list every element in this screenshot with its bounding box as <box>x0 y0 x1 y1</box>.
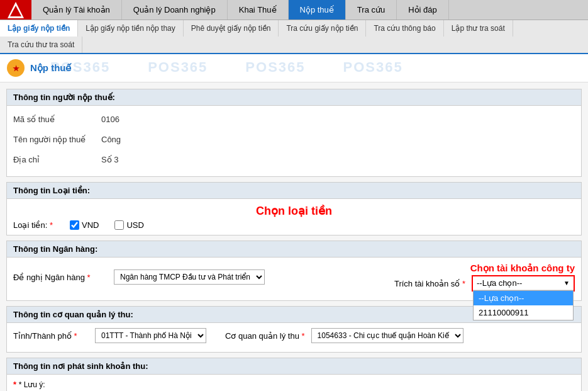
revenue-body: * * Lưu ý: Thông tin nơi phát sinh khoản… <box>7 375 581 391</box>
account-dropdown-container: --Lựa chọn-- ▼ --Lựa chọn-- 21110000911 <box>473 276 574 290</box>
nav-nop-thue[interactable]: Nộp thuế <box>289 0 346 20</box>
logo-cell <box>0 0 31 20</box>
nav-hoi-dap[interactable]: Hỏi đáp <box>397 0 449 20</box>
subnav-tra-cuu-thong-bao[interactable]: Tra cứu thông báo <box>366 20 443 37</box>
tax-org-body: Tỉnh/Thành phố * 01TTT - Thành phố Hà Nộ… <box>7 323 581 352</box>
nav-quan-ly-tai-khoan[interactable]: Quản lý Tài khoản <box>31 0 122 20</box>
bank-section-header: Thông tin Ngân hàng: <box>7 241 581 258</box>
bank-section: Thông tin Ngân hàng: Đề nghị Ngân hàng *… <box>6 241 582 301</box>
subnav-lap-giay-nop-tien-thay[interactable]: Lập giấy nộp tiền nộp thay <box>78 20 183 37</box>
vnd-checkbox-item[interactable]: VND <box>70 220 99 230</box>
nav-tra-cuu[interactable]: Tra cứu <box>346 0 397 20</box>
usd-checkbox-item[interactable]: USD <box>114 220 143 230</box>
account-option-0[interactable]: --Lựa chọn-- <box>474 291 573 305</box>
subnav-tra-cuu-thu-tra-soat[interactable]: Tra cứu thư tra soát <box>0 37 82 53</box>
sub-navigation: Lập giấy nộp tiền Lập giấy nộp tiền nộp … <box>0 20 588 54</box>
dia-chi-row: Địa chỉ Số 3 <box>13 151 575 167</box>
revenue-header: Thông tin nơi phát sinh khoản thu: <box>7 358 581 375</box>
bank-section-body: Đề nghị Ngân hàng * Ngân hàng TMCP Đầu t… <box>7 258 581 300</box>
dia-chi-label: Địa chỉ <box>13 155 101 164</box>
currency-row: Loại tiền: * VND USD <box>13 220 575 230</box>
usd-checkbox[interactable] <box>114 220 124 230</box>
ten-nguoi-nop-thue-row: Tên người nộp thuế Công <box>13 131 575 147</box>
chon-loai-tien-label: Chọn loại tiền <box>13 204 575 218</box>
account-dropdown-open: --Lựa chọn-- 21110000911 <box>473 290 574 320</box>
subnav-lap-giay-nop-tien[interactable]: Lập giấy nộp tiền <box>0 20 78 37</box>
account-selected-value: --Lựa chọn-- <box>477 278 522 288</box>
province-label: Tỉnh/Thành phố * <box>13 331 89 341</box>
page-title: Nộp thuế <box>30 62 71 74</box>
bank-row: Đề nghị Ngân hàng * Ngân hàng TMCP Đầu t… <box>13 263 575 292</box>
bank-label: Đề nghị Ngân hàng * <box>13 273 114 282</box>
page-logo-icon: ★ <box>6 59 25 77</box>
taxpayer-info-section: Thông tin người nộp thuế: Mã số thuế 010… <box>6 89 582 177</box>
currency-section: Thông tin Loại tiền: Chọn loại tiền Loại… <box>6 182 582 235</box>
ten-nguoi-nop-thue-value: Công <box>101 135 121 144</box>
loai-tien-required: * <box>50 220 53 230</box>
province-select[interactable]: 01TTT - Thành phố Hà Nội <box>95 328 206 343</box>
taxpayer-info-body: Mã số thuế 0106 Tên người nộp thuế Công … <box>7 106 581 176</box>
ma-so-thue-row: Mã số thuế 0106 <box>13 111 575 127</box>
chon-tai-khoan-label: Chọn tài khoản công ty <box>470 263 575 274</box>
main-content: Thông tin người nộp thuế: Mã số thuế 010… <box>0 82 588 391</box>
svg-text:★: ★ <box>13 64 19 73</box>
vnd-checkbox[interactable] <box>70 220 79 230</box>
dia-chi-value: Số 3 <box>101 155 119 164</box>
tax-org-select[interactable]: 1054633 - Chi cục thuế quận Hoàn Kiế <box>311 328 463 343</box>
account-label: Trích tài khoản số * <box>394 279 465 288</box>
nav-quan-ly-doanh-nghiep[interactable]: Quản lý Doanh nghiệp <box>122 0 228 20</box>
logo-icon <box>6 1 25 20</box>
subnav-lap-thu-tra-soat[interactable]: Lập thư tra soát <box>444 20 513 37</box>
note-luu-y: * Lưu ý: <box>19 380 45 389</box>
tax-org-label: Cơ quan quản lý thu * <box>225 331 305 341</box>
subnav-tra-cuu-giay[interactable]: Tra cứu giấy nộp tiền <box>279 20 366 37</box>
usd-label: USD <box>126 220 143 230</box>
bank-right-wrapper: Chọn tài khoản công ty Trích tài khoản s… <box>265 275 575 292</box>
nav-khai-thue[interactable]: Khai Thuế <box>228 0 289 20</box>
ma-so-thue-label: Mã số thuế <box>13 115 101 124</box>
note-label: * * Lưu ý: <box>13 380 575 389</box>
subnav-phe-duyet[interactable]: Phê duyệt giấy nộp tiền <box>184 20 279 37</box>
top-navigation: Quản lý Tài khoản Quản lý Doanh nghiệp K… <box>0 0 588 20</box>
ten-nguoi-nop-thue-label: Tên người nộp thuế <box>13 135 101 144</box>
page-header: ★ Nộp thuế POS365 POS365 POS365 POS365 <box>0 54 588 82</box>
taxpayer-info-header: Thông tin người nộp thuế: <box>7 89 581 106</box>
bank-select[interactable]: Ngân hàng TMCP Đầu tư và Phát triển <box>114 269 265 285</box>
vnd-label: VND <box>82 220 99 230</box>
coquan-row: Tỉnh/Thành phố * 01TTT - Thành phố Hà Nộ… <box>13 328 575 343</box>
currency-header: Thông tin Loại tiền: <box>7 183 581 199</box>
revenue-section: Thông tin nơi phát sinh khoản thu: * * L… <box>6 358 582 391</box>
account-option-1[interactable]: 21110000911 <box>474 305 573 320</box>
dropdown-arrow-icon: ▼ <box>563 280 570 286</box>
watermark: POS365 POS365 POS365 POS365 <box>50 59 403 76</box>
currency-body: Chọn loại tiền Loại tiền: * VND USD <box>7 199 581 235</box>
ma-so-thue-value: 0106 <box>101 115 119 124</box>
loai-tien-label: Loại tiền: * <box>13 220 64 230</box>
account-select-main[interactable]: --Lựa chọn-- ▼ <box>473 276 574 290</box>
account-dropdown-wrapper[interactable]: --Lựa chọn-- ▼ --Lựa chọn-- 21110000911 <box>472 275 575 292</box>
